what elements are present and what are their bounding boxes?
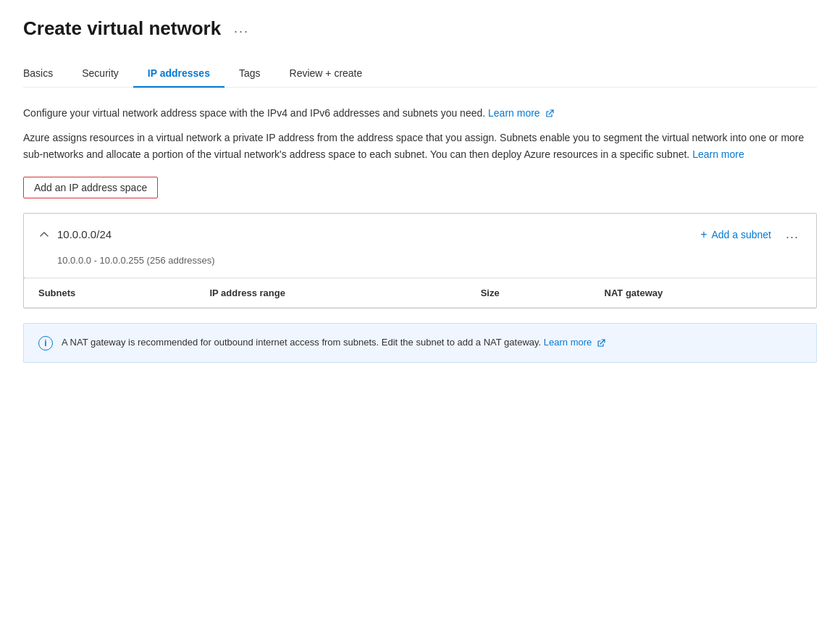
col-subnets: Subnets — [24, 279, 195, 308]
page-options-button[interactable]: ... — [230, 20, 253, 38]
ip-space-left: 10.0.0.0/24 — [38, 228, 112, 240]
ip-address-cidr: 10.0.0.0/24 — [57, 228, 112, 240]
nat-learn-more-link[interactable]: Learn more — [544, 337, 605, 348]
learn-more-link-1[interactable]: Learn more — [488, 107, 553, 119]
description-line2: Azure assigns resources in a virtual net… — [23, 130, 817, 162]
subnet-table: Subnets IP address range Size NAT gatewa… — [24, 279, 816, 308]
description-line1: Configure your virtual network address s… — [23, 105, 817, 121]
tab-review-create[interactable]: Review + create — [275, 60, 377, 88]
info-icon: i — [38, 336, 53, 351]
external-link-icon-1 — [545, 109, 554, 118]
tab-basics[interactable]: Basics — [23, 60, 67, 88]
ip-space-header: 10.0.0.0/24 + Add a subnet ... — [24, 214, 816, 255]
ip-space-more-options-button[interactable]: ... — [783, 225, 802, 243]
ip-range-description: 10.0.0.0 - 10.0.0.255 (256 addresses) — [24, 255, 816, 277]
add-ip-address-space-button[interactable]: Add an IP address space — [23, 177, 158, 198]
chevron-up-icon[interactable] — [38, 229, 50, 240]
learn-more-link-2[interactable]: Learn more — [692, 148, 744, 160]
page-title: Create virtual network — [23, 17, 221, 40]
tab-navigation: Basics Security IP addresses Tags Review… — [23, 60, 817, 88]
external-link-icon-nat — [597, 339, 605, 348]
description-section: Configure your virtual network address s… — [23, 105, 817, 162]
tab-security[interactable]: Security — [67, 60, 133, 88]
tab-ip-addresses[interactable]: IP addresses — [133, 60, 224, 88]
col-nat-gateway: NAT gateway — [590, 279, 816, 308]
plus-icon: + — [700, 228, 707, 241]
tab-tags[interactable]: Tags — [224, 60, 275, 88]
nat-banner-text: A NAT gateway is recommended for outboun… — [62, 335, 605, 351]
nat-info-banner: i A NAT gateway is recommended for outbo… — [23, 323, 817, 363]
col-ip-range: IP address range — [195, 279, 466, 308]
page-title-row: Create virtual network ... — [23, 17, 817, 40]
col-size: Size — [466, 279, 590, 308]
add-subnet-button[interactable]: + Add a subnet — [700, 228, 771, 241]
ip-space-right: + Add a subnet ... — [700, 225, 802, 243]
ip-space-container: 10.0.0.0/24 + Add a subnet ... 10.0.0.0 … — [23, 213, 817, 308]
